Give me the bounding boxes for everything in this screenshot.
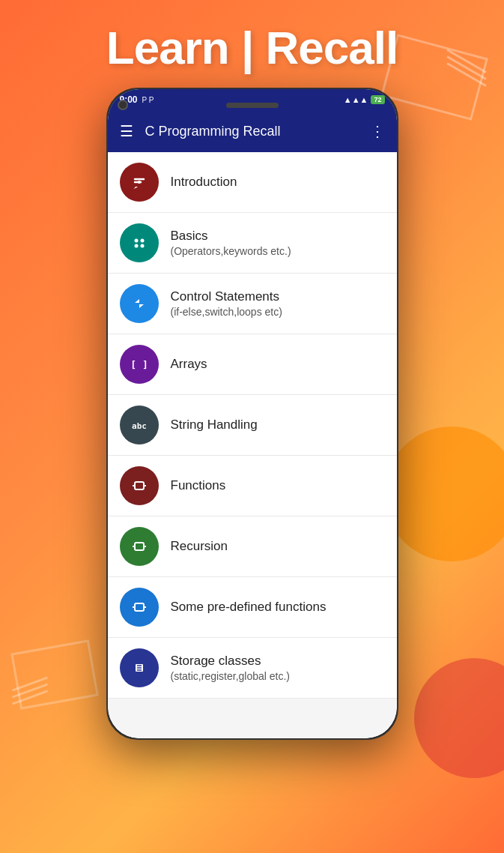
list-item-recursion[interactable]: Recursion xyxy=(108,516,397,577)
phone-device: 9:00 P P ▲▲▲ 72 ☰ C Programming Recall ⋮ xyxy=(106,88,398,740)
introduction-label: Introduction xyxy=(171,174,237,190)
toolbar-title: C Programming Recall xyxy=(145,124,358,139)
recursion-icon xyxy=(120,527,159,566)
svg-point-12 xyxy=(130,476,149,495)
predefined-functions-text: Some pre-defined functions xyxy=(171,599,327,615)
introduction-text: Introduction xyxy=(171,174,237,190)
arrays-text: Arrays xyxy=(171,356,207,373)
arrays-icon: [ ] xyxy=(120,345,159,384)
predefined-functions-label: Some pre-defined functions xyxy=(171,599,327,615)
storage-classes-sublabel: (static,register,global etc.) xyxy=(171,669,291,683)
svg-point-1 xyxy=(138,181,141,184)
speech-bubble-svg xyxy=(129,172,150,193)
arrays-label: Arrays xyxy=(171,356,207,373)
svg-point-6 xyxy=(140,244,144,248)
svg-point-2 xyxy=(130,233,149,253)
basics-svg xyxy=(129,232,150,253)
control-svg xyxy=(129,293,150,314)
recursion-text: Recursion xyxy=(171,538,228,555)
functions-svg xyxy=(129,475,150,496)
status-p-icons: P P xyxy=(142,96,154,104)
control-statements-sublabel: (if-else,switch,loops etc) xyxy=(171,305,282,319)
svg-text:abc: abc xyxy=(132,421,147,431)
svg-point-4 xyxy=(140,239,144,243)
hamburger-icon[interactable]: ☰ xyxy=(120,122,133,140)
storage-classes-label: Storage classes xyxy=(171,653,291,669)
battery-badge: 72 xyxy=(371,95,384,104)
list-item-control-statements[interactable]: Control Statements (if-else,switch,loops… xyxy=(108,274,397,334)
storage-classes-icon xyxy=(120,648,159,687)
functions-text: Functions xyxy=(171,477,226,494)
phone-screen: 9:00 P P ▲▲▲ 72 ☰ C Programming Recall ⋮ xyxy=(108,89,397,738)
basics-label: Basics xyxy=(171,228,291,244)
svg-point-20 xyxy=(130,597,149,617)
recursion-svg xyxy=(129,536,150,557)
storage-classes-text: Storage classes (static,register,global … xyxy=(171,653,291,683)
phone-camera xyxy=(118,100,128,110)
hero-title: Learn | Recall xyxy=(106,21,398,74)
basics-icon xyxy=(120,223,159,262)
basics-sublabel: (Operators,keywords etc.) xyxy=(171,244,291,258)
list-item-basics[interactable]: Basics (Operators,keywords etc.) xyxy=(108,213,397,274)
list-item-functions[interactable]: Functions xyxy=(108,456,397,516)
list-item-arrays[interactable]: [ ] Arrays xyxy=(108,334,397,395)
svg-point-16 xyxy=(130,537,149,556)
svg-text:[ ]: [ ] xyxy=(130,359,148,370)
deco-lines-top-right xyxy=(444,60,489,80)
string-handling-label: String Handling xyxy=(171,417,258,433)
string-svg: abc xyxy=(129,415,150,435)
deco-lines-bottom-left xyxy=(11,683,49,703)
string-handling-text: String Handling xyxy=(171,417,258,433)
control-statements-label: Control Statements xyxy=(171,289,282,305)
list-item-string-handling[interactable]: abc String Handling xyxy=(108,395,397,456)
recursion-label: Recursion xyxy=(171,538,228,555)
menu-list: Introduction Basics (Operators,keyw xyxy=(108,152,397,738)
toolbar: ☰ C Programming Recall ⋮ xyxy=(108,110,397,152)
basics-text: Basics (Operators,keywords etc.) xyxy=(171,228,291,258)
list-item-storage-classes[interactable]: Storage classes (static,register,global … xyxy=(108,638,397,699)
svg-point-7 xyxy=(130,294,149,313)
predefined-functions-icon xyxy=(120,588,159,627)
functions-label: Functions xyxy=(171,477,226,494)
list-item-introduction[interactable]: Introduction xyxy=(108,152,397,213)
string-handling-icon: abc xyxy=(120,406,159,444)
status-right: ▲▲▲ 72 xyxy=(344,95,385,104)
more-options-icon[interactable]: ⋮ xyxy=(370,122,385,140)
control-statements-icon xyxy=(120,284,159,323)
signal-icon: ▲▲▲ xyxy=(344,95,368,104)
svg-point-3 xyxy=(134,239,138,243)
phone-speaker xyxy=(226,103,279,108)
list-item-predefined-functions[interactable]: Some pre-defined functions xyxy=(108,577,397,638)
arrays-svg: [ ] xyxy=(129,354,150,375)
red-circle-decoration xyxy=(414,658,504,778)
orange-circle-decoration xyxy=(384,426,504,561)
introduction-icon xyxy=(120,163,159,202)
svg-point-5 xyxy=(134,244,138,248)
predef-svg xyxy=(129,597,150,618)
functions-icon xyxy=(120,466,159,505)
storage-svg xyxy=(129,657,150,678)
control-statements-text: Control Statements (if-else,switch,loops… xyxy=(171,289,282,319)
